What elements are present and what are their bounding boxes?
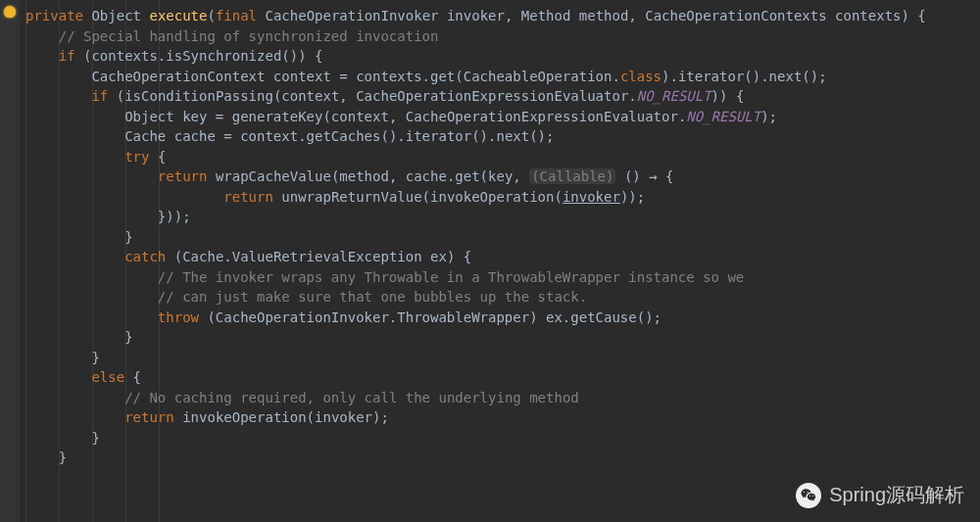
code-line[interactable]: // The invoker wraps any Throwable in a … bbox=[25, 267, 926, 288]
intention-bulb-icon[interactable] bbox=[4, 6, 16, 18]
code-token: return bbox=[124, 409, 182, 425]
code-line[interactable]: })); bbox=[25, 207, 926, 227]
code-token: // Special handling of synchronized invo… bbox=[59, 28, 439, 44]
code-token: catch bbox=[124, 249, 174, 264]
code-token: } bbox=[124, 229, 132, 245]
code-line[interactable]: private Object execute(final CacheOperat… bbox=[25, 6, 926, 26]
wechat-icon bbox=[796, 483, 821, 508]
code-token: wrapCacheValue(method, cache.get(key, bbox=[216, 168, 529, 184]
code-token: (Callable) bbox=[529, 168, 615, 184]
code-line[interactable]: return unwrapReturnValue(invokeOperation… bbox=[25, 187, 926, 208]
gutter bbox=[0, 0, 20, 522]
code-token: )) { bbox=[711, 88, 745, 104]
code-token: Cache cache = context.getCaches().iterat… bbox=[124, 128, 554, 144]
code-token: try bbox=[124, 149, 158, 165]
code-token: return bbox=[158, 168, 216, 184]
code-line[interactable]: } bbox=[25, 448, 926, 468]
code-token: })); bbox=[158, 209, 191, 224]
code-token: )); bbox=[620, 189, 645, 205]
code-line[interactable]: CacheOperationContext context = contexts… bbox=[25, 67, 926, 87]
code-token: Object bbox=[91, 8, 149, 24]
code-token: // can just make sure that one bubbles u… bbox=[158, 289, 587, 305]
watermark: Spring源码解析 bbox=[796, 482, 964, 508]
code-line[interactable]: Cache cache = context.getCaches().iterat… bbox=[25, 126, 926, 147]
code-line[interactable]: try { bbox=[25, 147, 926, 167]
code-line[interactable]: else { bbox=[25, 367, 926, 388]
code-line[interactable]: return invokeOperation(invoker); bbox=[25, 407, 926, 428]
code-token: ( bbox=[207, 8, 215, 24]
code-token: ).iterator().next(); bbox=[662, 69, 827, 84]
code-line[interactable]: throw (CacheOperationInvoker.ThrowableWr… bbox=[25, 308, 926, 328]
code-token: // No caching required, only call the un… bbox=[124, 390, 579, 405]
code-line[interactable]: } bbox=[25, 348, 926, 368]
code-line[interactable]: Object key = generateKey(context, CacheO… bbox=[25, 107, 926, 127]
code-token: { bbox=[158, 149, 166, 165]
watermark-text: Spring源码解析 bbox=[829, 482, 964, 508]
code-token: unwrapReturnValue(invokeOperation( bbox=[281, 189, 563, 205]
code-token: CacheOperationInvoker invoker, Method me… bbox=[265, 8, 925, 24]
code-area[interactable]: private Object execute(final CacheOperat… bbox=[25, 6, 926, 468]
code-token: if bbox=[59, 48, 83, 64]
code-token: { bbox=[133, 369, 141, 385]
code-token: throw bbox=[158, 309, 208, 325]
code-token: () → { bbox=[615, 168, 673, 184]
code-token: private bbox=[25, 8, 91, 24]
code-token: CacheOperationContext context = contexts… bbox=[91, 69, 619, 84]
code-token: (isConditionPassing(context, CacheOperat… bbox=[117, 88, 637, 104]
code-token: (contexts.isSynchronized()) { bbox=[83, 48, 322, 64]
code-token: ); bbox=[760, 109, 777, 124]
code-line[interactable]: // No caching required, only call the un… bbox=[25, 388, 926, 408]
code-line[interactable]: } bbox=[25, 327, 926, 348]
code-token: // The invoker wraps any Throwable in a … bbox=[158, 269, 744, 285]
code-token: if bbox=[91, 88, 116, 104]
code-token: return bbox=[223, 189, 281, 205]
code-token: (Cache.ValueRetrievalException ex) { bbox=[174, 249, 471, 264]
code-token: (CacheOperationInvoker.ThrowableWrapper)… bbox=[207, 309, 662, 325]
code-token: NO_RESULT bbox=[686, 109, 760, 124]
code-token: invoker bbox=[563, 189, 620, 205]
code-line[interactable]: return wrapCacheValue(method, cache.get(… bbox=[25, 166, 926, 187]
code-token: final bbox=[216, 8, 266, 24]
code-token: Object key = generateKey(context, CacheO… bbox=[124, 109, 686, 124]
code-token: } bbox=[124, 329, 132, 345]
code-token: } bbox=[59, 450, 67, 465]
code-line[interactable]: } bbox=[25, 428, 926, 449]
code-line[interactable]: // can just make sure that one bubbles u… bbox=[25, 287, 926, 308]
code-token: } bbox=[91, 430, 99, 446]
code-line[interactable]: catch (Cache.ValueRetrievalException ex)… bbox=[25, 247, 926, 267]
code-token: NO_RESULT bbox=[637, 88, 711, 104]
code-line[interactable]: if (contexts.isSynchronized()) { bbox=[25, 46, 926, 67]
code-token: class bbox=[620, 69, 662, 84]
code-token: invokeOperation(invoker); bbox=[182, 409, 389, 425]
code-line[interactable]: if (isConditionPassing(context, CacheOpe… bbox=[25, 86, 926, 107]
code-token: else bbox=[91, 369, 132, 385]
code-line[interactable]: // Special handling of synchronized invo… bbox=[25, 26, 926, 47]
code-line[interactable]: } bbox=[25, 227, 926, 248]
code-token: execute bbox=[149, 8, 207, 24]
code-editor[interactable]: private Object execute(final CacheOperat… bbox=[0, 0, 980, 522]
code-token: } bbox=[91, 350, 99, 365]
